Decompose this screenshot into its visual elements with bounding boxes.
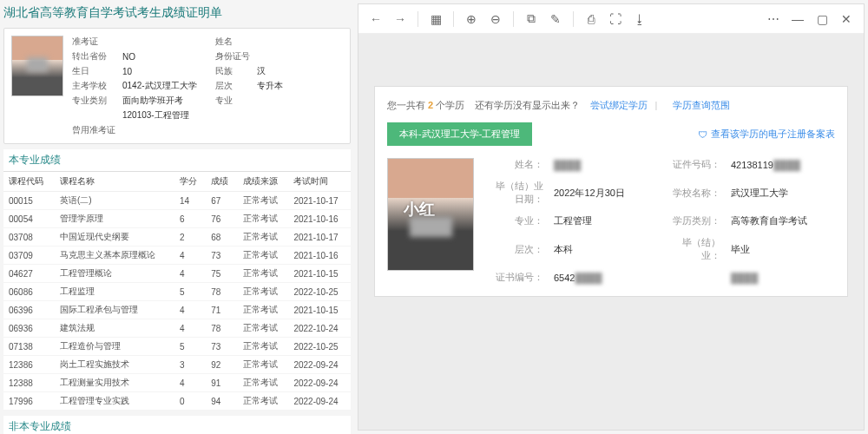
summary-text: 您一共有 2 个学历 还有学历没有显示出来？ 尝试绑定学历 | 学历查询范围 [387,99,835,112]
field-value: ████ [731,273,835,283]
col-header: 成绩来源 [238,172,289,192]
field-label: 专业： [491,214,543,227]
table-row: 17996工程管理专业实践094正常考试2022-09-24 [3,392,351,411]
info-label: 身份证号 [215,50,250,62]
field-value: 毕业 [731,243,835,256]
fullscreen-icon[interactable]: ⛶ [605,9,626,30]
table-row: 06396国际工程承包与管理471正常考试2021-10-15 [3,301,351,319]
table-row: 07138工程造价与管理573正常考试2022-10-25 [3,338,351,356]
field-label: 证件号码： [668,158,720,171]
field-label: 层次： [491,243,543,256]
field-label: 证书编号： [491,271,543,284]
info-value: 汉 [257,65,343,77]
table-row: 00015英语(二)1467正常考试2021-10-17 [3,192,351,210]
field-value: 高等教育自学考试 [731,214,835,227]
field-value: 42138119████ [731,160,835,170]
info-label: 主考学校 [72,80,115,92]
section-title: 本专业成绩 [3,149,351,172]
close-icon[interactable]: ✕ [836,9,857,30]
col-header: 课程代码 [3,172,55,192]
degree-card: 您一共有 2 个学历 还有学历没有显示出来？ 尝试绑定学历 | 学历查询范围 本… [374,86,848,297]
major-scores-section: 本专业成绩 课程代码课程名称学分成绩成绩来源考试时间00015英语(二)1467… [3,149,351,411]
zoom-in-icon[interactable]: ⊕ [461,9,482,30]
info-label: 生日 [72,65,115,77]
viewer-toolbar: ← → ▦ ⊕ ⊖ ⧉ ✎ ⎙ ⛶ ⭳ ⋯ ― ▢ ✕ [358,4,864,34]
section-title: 非本专业成绩 [3,416,351,434]
copy-icon[interactable]: ⧉ [521,9,542,30]
field-label: 毕（结）业日期： [491,180,543,206]
info-label: 专业类别 [72,95,115,107]
info-label: 层次 [215,80,250,92]
minimize-icon[interactable]: ― [787,9,808,30]
field-value: 武汉理工大学 [731,187,835,200]
scope-link[interactable]: 学历查询范围 [673,100,730,110]
page-title: 湖北省高等教育自学考试考生成绩证明单 [3,3,351,23]
field-label: 学校名称： [668,187,720,200]
field-label: 毕（结）业： [668,236,720,262]
info-value: 面向助学班开考 [122,95,208,107]
student-photo [11,36,63,96]
bind-link[interactable]: 尝试绑定学历 [590,100,648,110]
major-scores-table: 课程代码课程名称学分成绩成绩来源考试时间00015英语(二)1467正常考试20… [3,172,351,411]
info-label: 曾用准考证 [72,124,115,136]
field-value: ████ [554,160,658,170]
col-header: 成绩 [206,172,237,192]
info-label: 专业 [215,95,250,107]
more-icon[interactable]: ⋯ [763,9,784,30]
info-value: NO [122,52,208,62]
col-header: 课程名称 [55,172,174,192]
download-icon[interactable]: ⭳ [629,9,650,30]
col-header: 考试时间 [288,172,351,192]
grid-icon[interactable]: ▦ [425,9,446,30]
shield-icon: 🛡 [698,129,707,140]
table-row: 03708中国近现代史纲要268正常考试2021-10-17 [3,228,351,247]
info-label: 转出省份 [72,50,115,62]
maximize-icon[interactable]: ▢ [812,9,832,30]
edit-icon[interactable]: ✎ [545,9,566,30]
col-header: 学分 [174,172,206,192]
info-value: 专升本 [257,80,343,92]
non-major-scores-section: 非本专业成绩 课程代码课程名称学分成绩成绩来源考试时间00261行政法学575正… [3,416,351,434]
table-row: 06086工程监理578正常考试2022-10-25 [3,283,351,301]
forward-icon[interactable]: → [390,9,411,30]
field-value: 2022年12月30日 [554,187,658,200]
info-label: 准考证 [72,36,115,48]
degree-photo [387,158,474,271]
field-label: 学历类别： [668,214,720,227]
table-row: 04627工程管理概论475正常考试2021-10-15 [3,265,351,283]
table-row: 12388工程测量实用技术491正常考试2022-09-24 [3,374,351,392]
field-value: 本科 [554,243,658,256]
info-label: 民族 [215,65,250,77]
table-row: 06936建筑法规478正常考试2022-10-24 [3,319,351,338]
info-value: 120103-工程管理 [122,109,343,122]
table-row: 00054管理学原理676正常考试2021-10-16 [3,210,351,228]
degree-tag: 本科-武汉理工大学-工程管理 [387,122,532,146]
field-label: 姓名： [491,158,543,171]
zoom-out-icon[interactable]: ⊖ [485,9,506,30]
table-row: 12386岗土工程实施技术392正常考试2022-09-24 [3,356,351,374]
info-label: 姓名 [215,36,250,48]
student-info-panel: 准考证姓名转出省份NO身份证号生日10民族汉主考学校0142-武汉理工大学层次专… [3,28,351,144]
print-icon[interactable]: ⎙ [581,9,602,30]
info-value: 10 [122,67,208,76]
back-icon[interactable]: ← [365,9,386,30]
field-value: 工程管理 [554,214,658,227]
info-value: 0142-武汉理工大学 [122,80,208,92]
document-viewer: ← → ▦ ⊕ ⊖ ⧉ ✎ ⎙ ⛶ ⭳ ⋯ ― ▢ ✕ 您一共有 2 个学历 还… [358,3,865,431]
registration-link[interactable]: 🛡 查看该学历的电子注册备案表 [698,128,835,141]
table-row: 03709马克思主义基本原理概论473正常考试2021-10-16 [3,247,351,265]
field-value: 6542████ [554,273,658,283]
